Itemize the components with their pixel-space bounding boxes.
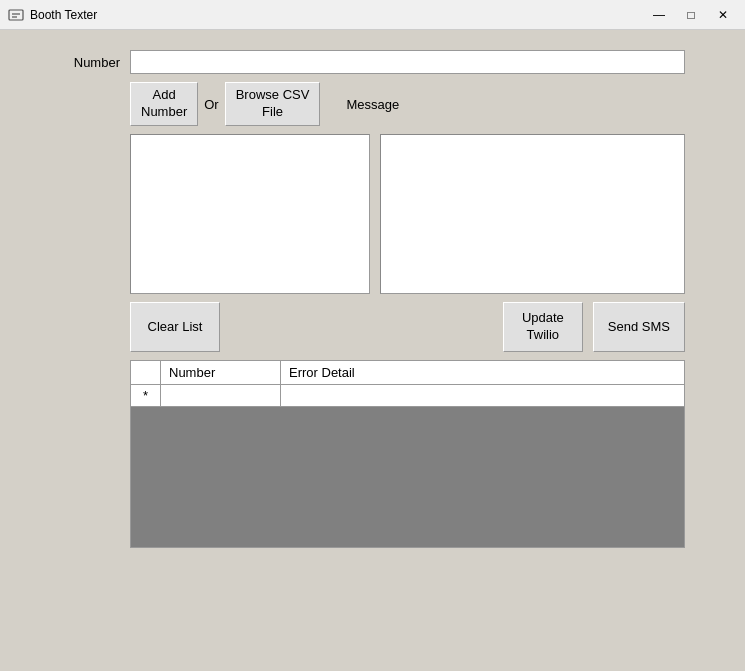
asterisk-number-cell bbox=[161, 385, 281, 406]
col-header-number: Number bbox=[161, 361, 281, 384]
action-buttons-row: Clear List UpdateTwilio Send SMS bbox=[130, 302, 685, 352]
clear-list-button[interactable]: Clear List bbox=[130, 302, 220, 352]
window-icon bbox=[8, 7, 24, 23]
title-bar-controls: — □ ✕ bbox=[645, 5, 737, 25]
col-header-rownum bbox=[131, 361, 161, 384]
table-header-row: Number Error Detail bbox=[131, 361, 684, 385]
asterisk-cell: * bbox=[131, 385, 161, 406]
number-row: Number bbox=[60, 50, 685, 74]
title-bar-left: Booth Texter bbox=[8, 7, 97, 23]
message-area bbox=[380, 134, 685, 294]
message-textarea[interactable] bbox=[380, 134, 685, 294]
close-button[interactable]: ✕ bbox=[709, 5, 737, 25]
update-twilio-button[interactable]: UpdateTwilio bbox=[503, 302, 583, 352]
main-window: Booth Texter — □ ✕ Number AddNumber Or B… bbox=[0, 0, 745, 671]
table-gray-body bbox=[131, 407, 684, 547]
svg-rect-0 bbox=[9, 10, 23, 20]
minimize-button[interactable]: — bbox=[645, 5, 673, 25]
or-label: Or bbox=[204, 97, 218, 112]
title-bar: Booth Texter — □ ✕ bbox=[0, 0, 745, 30]
col-header-error: Error Detail bbox=[281, 361, 684, 384]
main-area bbox=[130, 134, 685, 294]
table-asterisk-row: * bbox=[131, 385, 684, 407]
browse-csv-button[interactable]: Browse CSVFile bbox=[225, 82, 321, 126]
message-label: Message bbox=[346, 97, 399, 112]
send-sms-button[interactable]: Send SMS bbox=[593, 302, 685, 352]
number-input[interactable] bbox=[130, 50, 685, 74]
results-table-wrapper: Number Error Detail * bbox=[130, 360, 685, 548]
maximize-button[interactable]: □ bbox=[677, 5, 705, 25]
asterisk-error-cell bbox=[281, 385, 684, 406]
buttons-row: AddNumber Or Browse CSVFile Message bbox=[130, 82, 685, 126]
numbers-list-area bbox=[130, 134, 370, 294]
add-number-button[interactable]: AddNumber bbox=[130, 82, 198, 126]
numbers-textarea[interactable] bbox=[130, 134, 370, 294]
number-label: Number bbox=[60, 55, 120, 70]
window-title: Booth Texter bbox=[30, 8, 97, 22]
content-area: Number AddNumber Or Browse CSVFile Messa… bbox=[0, 30, 745, 671]
